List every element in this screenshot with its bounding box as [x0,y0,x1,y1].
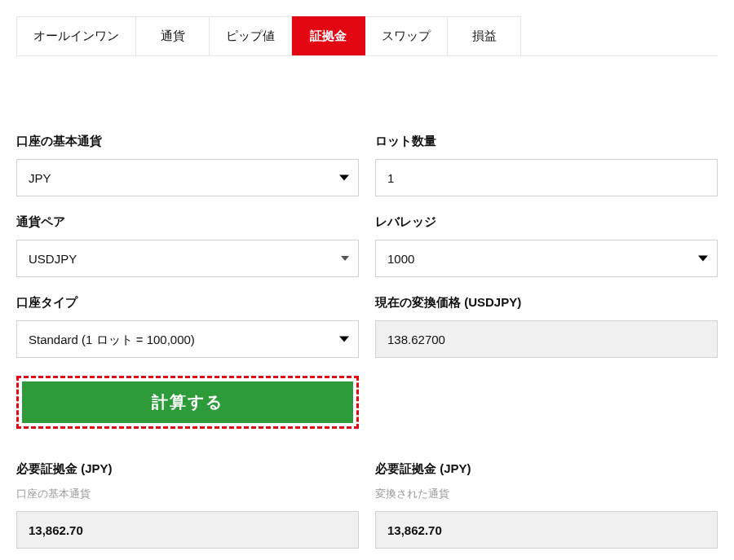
result-left-label: 必要証拠金 (JPY) [16,461,359,477]
lots-label: ロット数量 [375,134,718,149]
tabs: オールインワン 通貨 ピップ値 証拠金 スワップ 損益 [16,16,718,56]
currency-pair-select[interactable]: USDJPY [16,240,359,277]
form-right-column: ロット数量 1 レバレッジ 1000 現在の変換価格 (USDJPY) 138.… [375,134,718,429]
tab-margin[interactable]: 証拠金 [292,16,365,55]
calculate-button[interactable]: 計算する [22,381,353,423]
tab-swap[interactable]: スワップ [365,16,448,55]
base-currency-field: 口座の基本通貨 JPY [16,134,359,196]
account-type-select[interactable]: Standard (1 ロット = 100,000) [16,320,359,358]
tab-profit-loss[interactable]: 損益 [448,16,521,55]
result-right: 必要証拠金 (JPY) 変換された通貨 13,862.70 [375,461,718,549]
currency-pair-label: 通貨ペア [16,214,359,230]
lots-input[interactable]: 1 [375,159,718,196]
result-right-value: 13,862.70 [375,511,718,549]
result-right-sublabel: 変換された通貨 [375,487,718,501]
conversion-price-field: 現在の変換価格 (USDJPY) 138.62700 [375,295,718,358]
base-currency-label: 口座の基本通貨 [16,134,359,149]
tab-all-in-one[interactable]: オールインワン [16,16,136,55]
results: 必要証拠金 (JPY) 口座の基本通貨 13,862.70 必要証拠金 (JPY… [16,461,718,549]
result-left-value: 13,862.70 [16,511,359,549]
leverage-field: レバレッジ 1000 [375,214,718,277]
lots-field: ロット数量 1 [375,134,718,196]
form-left-column: 口座の基本通貨 JPY 通貨ペア USDJPY 口座タイプ Standard (… [16,134,359,429]
tab-pip-value[interactable]: ピップ値 [210,16,292,55]
conversion-price-label: 現在の変換価格 (USDJPY) [375,295,718,311]
currency-pair-field: 通貨ペア USDJPY [16,214,359,277]
calculate-highlight: 計算する [16,376,359,429]
result-left: 必要証拠金 (JPY) 口座の基本通貨 13,862.70 [16,461,359,549]
result-left-sublabel: 口座の基本通貨 [16,487,359,501]
account-type-label: 口座タイプ [16,295,359,311]
tab-currency[interactable]: 通貨 [136,16,210,55]
account-type-field: 口座タイプ Standard (1 ロット = 100,000) [16,295,359,358]
form-area: 口座の基本通貨 JPY 通貨ペア USDJPY 口座タイプ Standard (… [16,134,718,429]
base-currency-select[interactable]: JPY [16,159,359,196]
leverage-select[interactable]: 1000 [375,240,718,277]
leverage-label: レバレッジ [375,214,718,230]
result-right-label: 必要証拠金 (JPY) [375,461,718,477]
conversion-price-value: 138.62700 [375,320,718,358]
